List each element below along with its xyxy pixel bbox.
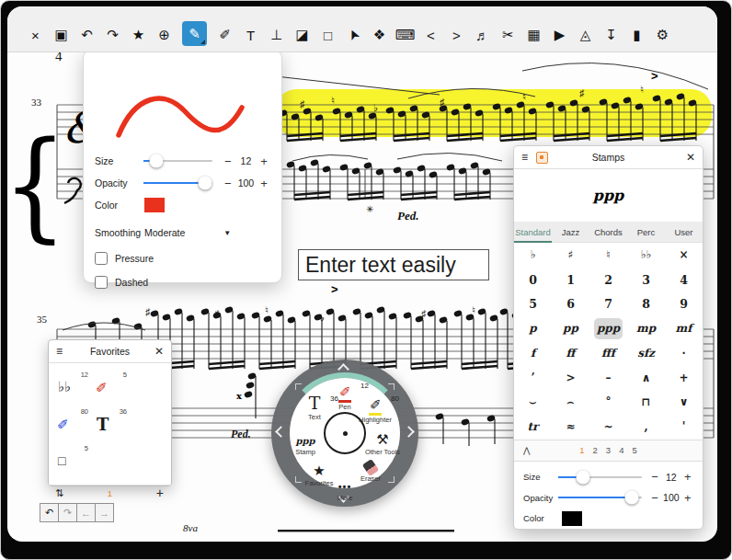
stamp-cell[interactable]: ⌢ — [552, 390, 589, 415]
trash-icon[interactable]: ▮ — [629, 24, 645, 46]
size-minus-button[interactable]: − — [222, 154, 234, 168]
stamp-cell[interactable]: ⊓ — [627, 390, 665, 415]
shape-tool-icon[interactable]: □ — [320, 24, 336, 46]
close-icon[interactable]: × — [28, 24, 43, 46]
favorite-item[interactable]: ♭♭ 12 — [54, 371, 89, 404]
page-number[interactable]: 2 — [593, 445, 598, 455]
stamp-cell[interactable]: ~ — [589, 415, 627, 440]
next-page-icon[interactable]: > — [449, 24, 464, 46]
grid-view-icon[interactable] — [536, 152, 548, 164]
opacity-plus-button[interactable]: + — [257, 177, 270, 190]
stamp-cell[interactable]: 6 — [552, 291, 589, 316]
stamp-cell[interactable]: mf — [665, 316, 703, 341]
stamp-cell[interactable]: f — [514, 341, 552, 366]
highlighter-tool-icon[interactable]: ✐ — [217, 24, 233, 46]
sort-icon[interactable]: ⇅ — [55, 487, 63, 499]
stamp-cell[interactable]: ♭♭ — [627, 243, 665, 268]
stamp-cell[interactable]: 0 — [514, 268, 552, 292]
radial-tool-wheel[interactable]: ✎ 12 Pen T 36 Text ✎ 80 Highlighter ppp … — [271, 360, 418, 507]
redo-button[interactable]: ↷ — [58, 503, 77, 522]
stamp-cell[interactable]: · — [665, 341, 703, 366]
stamps-tab[interactable]: Jazz — [552, 222, 589, 242]
prev-page-icon[interactable]: < — [423, 24, 439, 46]
stamp-cell[interactable]: 9 — [665, 291, 703, 316]
favorite-item[interactable]: T 36 — [93, 407, 128, 440]
stamp-cell[interactable]: ♯ — [552, 243, 589, 268]
opacity-plus-button[interactable]: + — [682, 491, 694, 505]
stamp-cell[interactable]: ∨ — [665, 390, 703, 415]
stamp-cell[interactable]: 5 — [514, 291, 552, 316]
stamp-cell[interactable]: ♭ — [514, 243, 552, 268]
wheel-item-highlighter[interactable]: ✎ 80 Highlighter — [349, 396, 401, 424]
dashed-checkbox[interactable] — [95, 276, 108, 289]
stamps-tab[interactable]: Perc — [627, 222, 665, 242]
stamp-cell[interactable]: 7 — [589, 291, 627, 316]
list-view-icon[interactable]: ≡ — [56, 345, 63, 358]
stamp-cell[interactable]: 1 — [552, 268, 589, 292]
piano-keyboard-icon[interactable]: ⌨ — [397, 24, 413, 46]
redo-icon[interactable]: ↷ — [105, 24, 120, 46]
move-tool-icon[interactable]: ⊕ — [156, 24, 172, 46]
size-plus-button[interactable]: + — [257, 154, 270, 168]
undo-button[interactable]: ↶ — [40, 503, 59, 522]
stamp-cell[interactable]: ppp — [594, 318, 623, 339]
stamp-cell[interactable]: ' — [665, 415, 703, 440]
opacity-minus-button[interactable]: − — [222, 177, 234, 190]
wheel-item-other-tools[interactable]: ⚒ Other Tools — [357, 431, 408, 456]
size-minus-button[interactable]: − — [649, 470, 661, 484]
text-tool-icon[interactable]: T — [243, 24, 258, 46]
opacity-slider[interactable] — [558, 497, 642, 498]
select-tool-icon[interactable]: ➤ — [340, 23, 367, 47]
stamps-tab[interactable]: Chords — [589, 222, 627, 242]
favorite-item[interactable]: ✎ 5 — [93, 371, 128, 404]
list-view-icon[interactable]: ≡ — [521, 151, 528, 164]
stamp-tool-icon[interactable]: ⊥ — [269, 24, 284, 46]
wheel-item-more[interactable]: ••• More — [319, 477, 371, 502]
color-swatch[interactable] — [562, 511, 582, 526]
export-icon[interactable]: ↧ — [603, 24, 619, 46]
wheel-item-text[interactable]: T 36 Text — [289, 396, 340, 421]
text-annotation-box[interactable]: Enter text easily — [298, 249, 489, 280]
favorite-item[interactable]: ✎ 80 — [54, 407, 89, 440]
stamp-cell[interactable]: ’ — [514, 365, 552, 390]
settings-icon[interactable]: ⚙ — [655, 24, 670, 46]
favorite-item[interactable]: □ 5 — [54, 444, 89, 477]
back-button[interactable]: ← — [76, 503, 96, 522]
metronome-icon[interactable]: ◬ — [578, 24, 593, 46]
stamp-cell[interactable]: ° — [589, 390, 627, 415]
opacity-minus-button[interactable]: − — [649, 491, 661, 505]
music-snippet-icon[interactable]: ♬ — [475, 24, 490, 46]
smoothing-dropdown[interactable]: Moderate — [144, 227, 185, 238]
page-overview-icon[interactable]: ▣ — [53, 24, 69, 46]
stamp-cell[interactable]: , — [627, 415, 665, 440]
stamp-cell[interactable]: ♮ — [589, 243, 627, 268]
wheel-item-stamp[interactable]: ppp Stamp — [280, 431, 331, 456]
size-slider[interactable] — [143, 160, 212, 162]
size-slider[interactable] — [558, 476, 642, 478]
stamp-cell[interactable]: mp — [627, 316, 665, 341]
favorites-icon[interactable]: ★ — [131, 24, 146, 46]
stamp-cell[interactable]: fff — [589, 341, 627, 366]
stamp-cell[interactable]: 2 — [589, 268, 627, 292]
stamp-cell[interactable]: tr — [514, 415, 552, 440]
grid-icon[interactable]: ▦ — [526, 24, 542, 46]
opacity-slider[interactable] — [143, 182, 212, 184]
close-icon[interactable]: ✕ — [154, 345, 164, 358]
stamp-cell[interactable]: p — [514, 316, 552, 341]
stamp-cell[interactable]: × — [665, 243, 703, 268]
stamp-cell[interactable]: 3 — [627, 268, 665, 292]
stamp-cell[interactable]: ≈ — [552, 415, 589, 440]
pressure-checkbox[interactable] — [95, 252, 108, 265]
stamp-cell[interactable]: sfz — [627, 341, 665, 366]
close-icon[interactable]: ✕ — [686, 151, 695, 164]
size-plus-button[interactable]: + — [682, 470, 694, 484]
page-number[interactable]: 4 — [619, 445, 623, 455]
stamp-cell[interactable]: – — [589, 365, 627, 390]
page-number[interactable]: 3 — [606, 445, 611, 455]
pen-tool-icon[interactable]: ✎ — [182, 21, 207, 46]
play-icon[interactable]: ▶ — [552, 24, 567, 46]
page-number[interactable]: 5 — [632, 445, 636, 455]
stamps-tab[interactable]: Standard — [514, 222, 552, 242]
stamp-cell[interactable]: 8 — [627, 291, 665, 316]
color-swatch[interactable] — [144, 198, 165, 212]
